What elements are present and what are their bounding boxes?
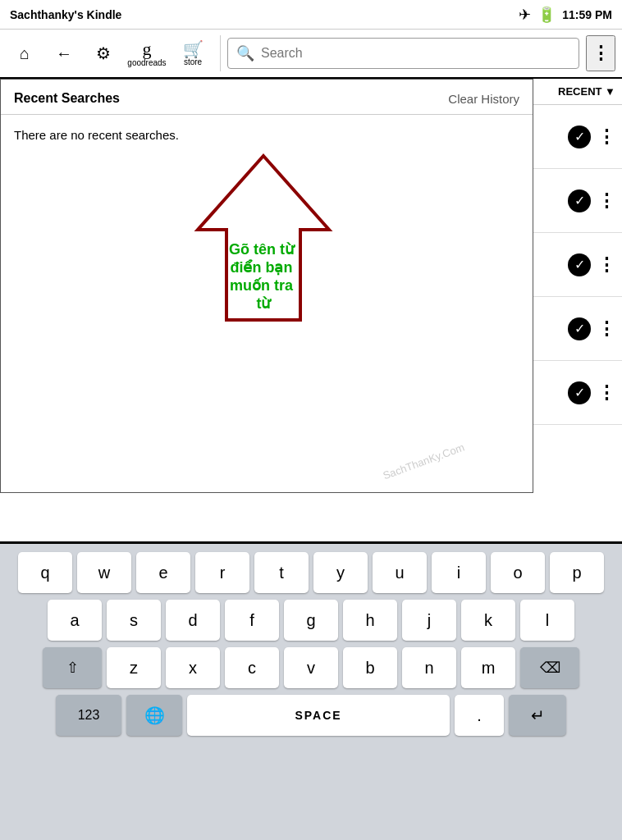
- key-e[interactable]: e: [136, 552, 190, 593]
- store-icon: 🛒: [183, 41, 204, 57]
- dots-button-2[interactable]: ⋮: [597, 190, 615, 212]
- key-h[interactable]: h: [343, 600, 397, 641]
- more-button[interactable]: ⋮: [586, 35, 615, 71]
- right-row-2: ✓ ⋮: [533, 169, 622, 233]
- shift-button[interactable]: ⇧: [43, 647, 102, 688]
- right-panel: RECENT ▼ ✓ ⋮ ✓ ⋮ ✓ ⋮ ✓ ⋮ ✓ ⋮: [533, 79, 622, 489]
- key-y[interactable]: y: [313, 552, 368, 593]
- space-button[interactable]: SPACE: [187, 695, 450, 736]
- right-row-5: ✓ ⋮: [533, 361, 622, 425]
- main-content: Recent Searches Clear History There are …: [0, 79, 622, 541]
- battery-icon: 🔋: [537, 6, 556, 24]
- key-r[interactable]: r: [195, 552, 249, 593]
- key-q[interactable]: q: [18, 552, 72, 593]
- key-row-4: 123 🌐 SPACE . ↵: [3, 695, 619, 736]
- goodreads-button[interactable]: g goodreads: [125, 40, 169, 67]
- key-g[interactable]: g: [284, 600, 338, 641]
- recent-header: RECENT ▼: [533, 79, 622, 105]
- search-input[interactable]: [261, 46, 570, 61]
- dropdown-title: Recent Searches: [14, 91, 120, 106]
- dots-button-1[interactable]: ⋮: [597, 126, 615, 148]
- key-n[interactable]: n: [402, 647, 456, 688]
- key-t[interactable]: t: [254, 552, 309, 593]
- check-icon-3: ✓: [568, 253, 591, 276]
- airplane-icon: ✈: [519, 6, 531, 24]
- key-x[interactable]: x: [166, 647, 220, 688]
- key-123-button[interactable]: 123: [56, 695, 121, 736]
- key-v[interactable]: v: [284, 647, 338, 688]
- store-button[interactable]: 🛒 store: [172, 41, 213, 66]
- key-w[interactable]: w: [77, 552, 131, 593]
- enter-button[interactable]: ↵: [509, 695, 566, 736]
- goodreads-letter: g: [143, 40, 152, 58]
- right-row-3: ✓ ⋮: [533, 233, 622, 297]
- dots-button-5[interactable]: ⋮: [597, 382, 615, 404]
- toolbar: ⌂ ← ⚙ g goodreads 🛒 store 🔍 ⋮: [0, 30, 622, 79]
- store-label: store: [184, 57, 202, 66]
- key-row-1: q w e r t y u i o p: [3, 552, 619, 593]
- check-icon-2: ✓: [568, 189, 591, 212]
- key-l[interactable]: l: [520, 600, 574, 641]
- key-j[interactable]: j: [402, 600, 456, 641]
- key-row-3: ⇧ z x c v b n m ⌫: [3, 647, 619, 688]
- recent-searches-panel: Recent Searches Clear History There are …: [0, 79, 533, 493]
- key-s[interactable]: s: [107, 600, 161, 641]
- dots-button-4[interactable]: ⋮: [597, 318, 615, 340]
- clear-history-button[interactable]: Clear History: [448, 92, 519, 106]
- key-p[interactable]: p: [550, 552, 604, 593]
- search-bar[interactable]: 🔍: [227, 38, 579, 69]
- dropdown-body: There are no recent searches. Gõ tên từ …: [1, 115, 533, 492]
- toolbar-nav: ⌂ ← ⚙ g goodreads 🛒 store: [7, 35, 221, 71]
- check-icon-1: ✓: [568, 126, 591, 148]
- key-row-2: a s d f g h j k l: [3, 600, 619, 641]
- status-icons: ✈ 🔋 11:59 PM: [519, 6, 612, 24]
- key-a[interactable]: a: [48, 600, 102, 641]
- key-o[interactable]: o: [491, 552, 545, 593]
- dropdown-header: Recent Searches Clear History: [1, 80, 533, 115]
- status-bar: Sachthanky's Kindle ✈ 🔋 11:59 PM: [0, 0, 622, 30]
- device-title: Sachthanky's Kindle: [10, 8, 121, 21]
- search-icon: 🔍: [236, 44, 254, 62]
- watermark: SachThanKy.Com: [382, 441, 466, 482]
- right-row-1: ✓ ⋮: [533, 105, 622, 169]
- time-display: 11:59 PM: [562, 8, 612, 21]
- key-u[interactable]: u: [373, 552, 427, 593]
- key-z[interactable]: z: [107, 647, 161, 688]
- back-button[interactable]: ←: [46, 35, 82, 71]
- key-d[interactable]: d: [166, 600, 220, 641]
- arrow-annotation: Gõ tên từ điển bạn muốn tra từ: [165, 148, 362, 345]
- globe-button[interactable]: 🌐: [126, 695, 182, 736]
- key-k[interactable]: k: [461, 600, 515, 641]
- settings-button[interactable]: ⚙: [85, 35, 121, 71]
- backspace-button[interactable]: ⌫: [520, 647, 579, 688]
- check-icon-4: ✓: [568, 317, 591, 340]
- check-icon-5: ✓: [568, 381, 591, 404]
- key-m[interactable]: m: [461, 647, 515, 688]
- key-f[interactable]: f: [225, 600, 279, 641]
- key-i[interactable]: i: [432, 552, 486, 593]
- key-c[interactable]: c: [225, 647, 279, 688]
- no-recent-text: There are no recent searches.: [14, 128, 179, 142]
- key-b[interactable]: b: [343, 647, 397, 688]
- home-button[interactable]: ⌂: [7, 35, 43, 71]
- keyboard: q w e r t y u i o p a s d f g h j k l ⇧ …: [0, 544, 622, 840]
- right-row-4: ✓ ⋮: [533, 297, 622, 361]
- dots-button-3[interactable]: ⋮: [597, 254, 615, 276]
- goodreads-label: goodreads: [127, 58, 166, 67]
- period-button[interactable]: .: [455, 695, 504, 736]
